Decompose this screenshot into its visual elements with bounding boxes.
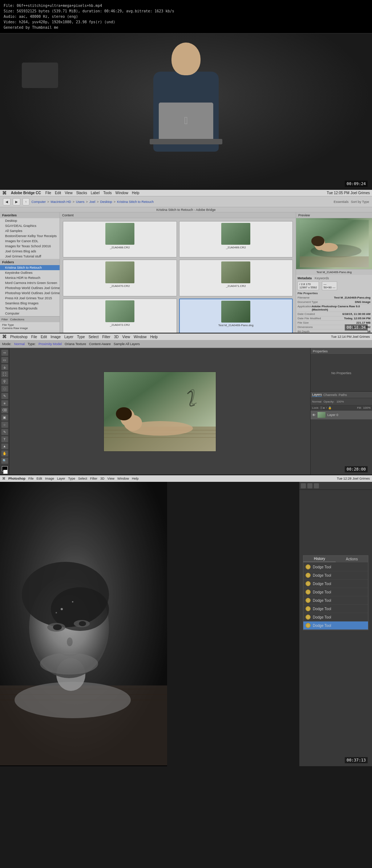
bridge-path-computer[interactable]: Computer bbox=[32, 200, 46, 204]
ps-menu-view[interactable]: View bbox=[122, 335, 130, 339]
ps-tool-clone[interactable]: ⎈ bbox=[1, 400, 8, 407]
ps-layer-0-row[interactable]: 👁 Layer 0 bbox=[311, 411, 372, 420]
ps-tool-eraser[interactable]: ⌫ bbox=[1, 407, 8, 414]
darkroom-panel-icon-2[interactable] bbox=[307, 483, 312, 488]
darkroom-menu-file[interactable]: File bbox=[28, 477, 34, 480]
bridge-folder-computer[interactable]: Computer bbox=[0, 311, 60, 316]
bridge-menu-edit[interactable]: Edit bbox=[55, 191, 61, 195]
apple-menu-icon[interactable]: ⌘ bbox=[2, 191, 7, 196]
ps-tool-shape[interactable]: ▲ bbox=[1, 443, 8, 450]
bridge-fav-blogads[interactable]: Joel Grimes Blog ads bbox=[0, 249, 60, 254]
ps-tool-spot[interactable]: ◌ bbox=[1, 385, 8, 392]
bridge-folders-header[interactable]: Folders bbox=[0, 259, 60, 265]
ps-tool-text[interactable]: T bbox=[1, 436, 8, 443]
ps-tool-select[interactable]: ▭ bbox=[1, 357, 8, 363]
ps-tool-brush[interactable]: ✎ bbox=[1, 393, 8, 399]
darkroom-menu-help[interactable]: Help bbox=[132, 477, 139, 480]
ps-normal-blend[interactable]: Normal bbox=[312, 400, 322, 403]
history-item-7[interactable]: ○ Dodge Tool bbox=[303, 613, 368, 621]
bridge-fav-samples[interactable]: All Samples bbox=[0, 228, 60, 233]
darkroom-menu-type[interactable]: Type bbox=[68, 477, 76, 480]
bridge-fav-sgaydeal[interactable]: SGAYDEAL Graphics bbox=[0, 223, 60, 228]
darkroom-menu-view[interactable]: View bbox=[108, 477, 114, 480]
bridge-path-folder[interactable]: Kristina Stitch to Retouch bbox=[117, 200, 154, 204]
bridge-fav-tutorial[interactable]: Joel Grimes Tutorial stuff bbox=[0, 254, 60, 259]
history-item-8[interactable]: ○ Dodge Tool bbox=[303, 621, 368, 630]
bridge-keywords-tab[interactable]: Keywords bbox=[315, 276, 329, 280]
darkroom-panel-icon-1[interactable] bbox=[301, 483, 306, 488]
bridge-path-users[interactable]: Users bbox=[76, 200, 85, 204]
bridge-folder-seamless[interactable]: Seamless Blog Images bbox=[0, 301, 60, 306]
darkroom-panel-icon-3[interactable] bbox=[314, 483, 319, 488]
bridge-folder-ps-world[interactable]: Photoshop World Outlines Joel Grimes bbox=[0, 285, 60, 291]
bridge-folder-kristina[interactable]: Kristina Stitch to Retouch bbox=[0, 265, 60, 270]
bridge-up-btn[interactable]: ↑ bbox=[23, 198, 29, 205]
bridge-fav-canon[interactable]: Images for Canon EDL bbox=[0, 239, 60, 244]
ps-eye-icon[interactable]: 👁 bbox=[312, 413, 316, 417]
ps-menu-edit[interactable]: Edit bbox=[41, 335, 47, 339]
ps-menu-window[interactable]: Window bbox=[134, 335, 147, 339]
darkroom-apple-icon[interactable]: ⌘ bbox=[2, 477, 5, 480]
bridge-collections-label[interactable]: Collections bbox=[10, 318, 24, 321]
bridge-folder-keystroke[interactable]: Keystroke Outlines bbox=[0, 270, 60, 275]
darkroom-menu-select[interactable]: Select bbox=[78, 477, 87, 480]
darkroom-menu-3d[interactable]: 3D bbox=[100, 477, 105, 480]
bridge-thumb-5[interactable]: _21A0472.CR2 bbox=[63, 299, 177, 333]
ps-menu-select[interactable]: Select bbox=[89, 335, 99, 339]
bridge-back-btn[interactable]: ◀ bbox=[3, 198, 11, 205]
ps-canvas[interactable] bbox=[104, 372, 216, 452]
darkroom-menu-window[interactable]: Window bbox=[117, 477, 129, 480]
ps-tool-pen[interactable]: ✎ bbox=[1, 429, 8, 435]
history-item-4[interactable]: ○ Dodge Tool bbox=[303, 588, 368, 596]
bridge-thumb-6[interactable]: Test M_21A0469-Pano.dng bbox=[179, 299, 293, 333]
bridge-path-desktop[interactable]: Desktop bbox=[100, 200, 112, 204]
ps-fill-value[interactable]: 100% bbox=[363, 406, 371, 409]
ps-menu-filter[interactable]: Filter bbox=[102, 335, 110, 339]
bridge-menu-file[interactable]: File bbox=[45, 191, 51, 195]
ps-menu-help[interactable]: Help bbox=[150, 335, 158, 339]
bridge-essentials[interactable]: Essentials bbox=[334, 200, 349, 204]
ps-tool-dodge[interactable]: ○ bbox=[1, 421, 8, 428]
ps-tool-gradient[interactable]: ▣ bbox=[1, 414, 8, 421]
bridge-thumb-2[interactable]: _21A0489.CR2 bbox=[179, 221, 293, 257]
bridge-folder-ps-world-doc[interactable]: Photoshop World Outlines Joel Grimes DOC bbox=[0, 291, 60, 296]
history-tab-history[interactable]: History bbox=[303, 556, 336, 562]
ps-layers-tab[interactable]: Layers bbox=[312, 393, 322, 397]
bridge-favorites-header[interactable]: Favorites bbox=[0, 212, 60, 218]
ps-type-value[interactable]: Proximity Model bbox=[39, 342, 62, 346]
bridge-menu-stacks[interactable]: Stacks bbox=[76, 191, 87, 195]
ps-apple-icon[interactable]: ⌘ bbox=[2, 334, 7, 339]
ps-menu-type[interactable]: Type bbox=[77, 335, 85, 339]
darkroom-menu-layer[interactable]: Layer bbox=[57, 477, 65, 480]
ps-tool-zoom[interactable]: 🔍 bbox=[1, 457, 8, 464]
bridge-menu-tools[interactable]: Tools bbox=[103, 191, 112, 195]
bridge-thumb-1[interactable]: _21A0488.CR2 bbox=[63, 221, 177, 257]
darkroom-menu-image[interactable]: Image bbox=[45, 477, 54, 480]
ps-menu-3d[interactable]: 3D bbox=[114, 335, 119, 339]
bridge-menu-label[interactable]: Label bbox=[91, 191, 100, 195]
bridge-metadata-tab[interactable]: Metadata bbox=[298, 276, 312, 280]
ps-sample-label[interactable]: Sample All Layers bbox=[114, 342, 140, 346]
bridge-folder-mord[interactable]: Mord Carmora Intro's Green Screen bbox=[0, 280, 60, 285]
ps-texture-label[interactable]: Oriana Texture bbox=[65, 342, 86, 346]
bridge-fav-boston[interactable]: Boston/Denver Kelby Tour Receipts bbox=[0, 233, 60, 239]
ps-menu-image[interactable]: Image bbox=[50, 335, 61, 339]
ps-menu-file[interactable]: File bbox=[31, 335, 37, 339]
history-tab-actions[interactable]: Actions bbox=[336, 556, 368, 562]
bridge-sort[interactable]: Sort by Type bbox=[351, 200, 369, 204]
ps-content-label[interactable]: Content-Aware bbox=[89, 342, 111, 346]
bridge-fav-desktop[interactable]: Desktop bbox=[0, 218, 60, 223]
bridge-folder-monica[interactable]: Monica HDR to Retouch bbox=[0, 275, 60, 280]
ps-paths-tab[interactable]: Paths bbox=[339, 393, 347, 397]
bridge-path-joel[interactable]: Joel bbox=[89, 200, 96, 204]
bridge-folder-textures[interactable]: Textures Backgrounds bbox=[0, 306, 60, 311]
bridge-menu-window[interactable]: Window bbox=[115, 191, 128, 195]
darkroom-menu-edit[interactable]: Edit bbox=[37, 477, 43, 480]
bridge-menu-help[interactable]: Help bbox=[132, 191, 140, 195]
ps-tool-crop[interactable]: ⛶ bbox=[1, 371, 8, 377]
bridge-path-hd[interactable]: Macintosh HD bbox=[50, 200, 71, 204]
ps-tool-lasso[interactable]: ⚶ bbox=[1, 364, 8, 371]
ps-opacity-value[interactable]: 100% bbox=[336, 400, 344, 403]
bridge-fav-texas[interactable]: Images for Texas School 20016 bbox=[0, 244, 60, 249]
history-item-6[interactable]: ○ Dodge Tool bbox=[303, 605, 368, 613]
